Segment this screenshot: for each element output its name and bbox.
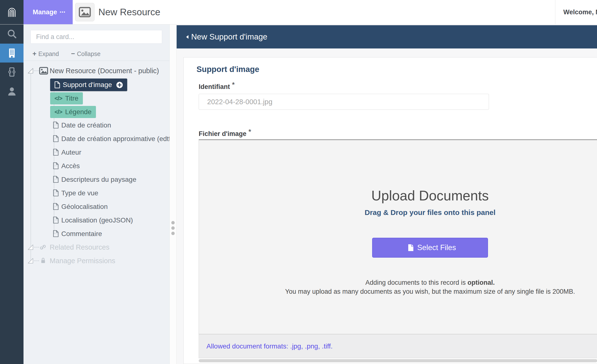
horizontal-scrollbar[interactable] [199,359,597,362]
required-asterisk: * [248,128,251,136]
tree-card-item[interactable]: Commentaire [24,227,170,240]
file-icon [53,176,59,183]
dropzone-note: Adding documents to this record is optio… [199,278,597,296]
file-solid-icon [408,244,414,252]
arches-logo[interactable] [0,0,24,24]
resource-type-icon-chip [75,3,94,21]
panel-divider [24,61,170,61]
file-icon [53,216,59,224]
tree-widget-legende[interactable]: </> Légende [24,105,170,119]
lock-icon [39,257,47,264]
tree-manage-permissions[interactable]: Manage Permissions [24,254,170,268]
required-asterisk: * [232,81,235,89]
sidebar-item-profile[interactable] [0,82,24,101]
file-icon [53,203,59,210]
nav-sidebar [0,24,24,364]
file-icon [53,230,59,237]
tree-card-item[interactable]: Localisation (geoJSON) [24,213,170,227]
plus-circle-icon[interactable] [116,81,123,89]
tree-tools: + Expand − Collapse [32,49,101,58]
panel-resize-handle[interactable] [170,24,177,364]
card-form-header: New Support d'image [176,25,597,48]
identifiant-input[interactable] [199,94,489,110]
card-form-panel: Support d'image Identifiant* Fichier d'i… [183,57,597,364]
image-icon [79,7,91,18]
collapse-all-button[interactable]: − Collapse [71,50,101,58]
sidebar-item-search[interactable] [0,25,24,44]
tree-card-item[interactable]: Descripteurs du paysage [24,173,170,186]
identifiant-label: Identifiant* [199,82,235,91]
search-icon [6,29,17,40]
file-icon [54,81,60,88]
file-icon [53,189,59,197]
tree-toggle-icon[interactable] [27,244,34,251]
tree-widget-titre[interactable]: </> Titre [24,92,170,105]
link-icon [39,243,47,251]
tree-root-label: New Resource (Document - public) [50,67,159,75]
file-icon [53,149,59,156]
manage-button[interactable]: Manage ··· [24,0,73,24]
expand-all-button[interactable]: + Expand [32,50,59,58]
file-icon [53,121,59,129]
file-icon [53,135,59,142]
back-arrow-icon[interactable] [186,35,189,39]
app-window: Manage ··· New Resource Welcome, M [0,0,597,364]
dropzone-subtitle: Drag & Drop your files onto this panel [199,208,597,217]
file-dropzone[interactable]: Upload Documents Drag & Drop your files … [199,139,597,334]
tree-card-item[interactable]: Type de vue [24,186,170,200]
tree-card-item[interactable]: Auteur [24,145,170,159]
allowed-formats-text: Allowed document formats: .jpg, .png, .t… [206,342,333,350]
select-files-button[interactable]: Select Files [372,238,488,258]
tree-card-item[interactable]: Accès [24,159,170,173]
arches-arch-icon [5,5,19,19]
tree-related-resources[interactable]: Related Resources [24,240,170,254]
code-icon: </> [55,109,62,115]
user-icon [6,86,17,97]
file-icon [53,162,59,169]
grip-dots-icon [171,221,175,236]
top-bar: Manage ··· New Resource Welcome, M [0,0,597,24]
dropzone-title: Upload Documents [199,188,597,204]
minus-icon: − [71,50,75,58]
tree-toggle-icon[interactable] [27,257,34,264]
tree-card-item[interactable]: Date de création approximative (edtf) [24,132,170,145]
card-tree-panel: + Expand − Collapse [24,24,170,364]
image-icon [39,67,48,75]
sidebar-item-cards[interactable] [0,44,24,63]
topbar-divider [555,0,555,24]
section-title: Support d'image [196,65,259,74]
sidebar-item-ticket[interactable] [0,63,24,81]
fichier-image-label: Fichier d'image* [199,129,251,138]
dropzone-footer: Allowed document formats: .jpg, .png, .t… [199,334,597,358]
tree-root-resource[interactable]: New Resource (Document - public) [24,64,170,78]
find-card-input[interactable] [31,30,162,44]
tree-card-item[interactable]: Date de création [24,118,170,132]
plus-icon: + [32,50,36,58]
ellipsis-icon: ··· [60,10,65,15]
buildings-icon [6,47,17,59]
ticket-icon [6,66,17,78]
welcome-user-link[interactable]: Welcome, M [563,0,597,24]
card-form-title: New Support d'image [191,32,267,41]
page-title: New Resource [98,0,160,24]
tree-card-item[interactable]: Géolocalisation [24,200,170,213]
tree-card-selected[interactable]: Support d'image [24,78,170,92]
code-icon: </> [55,95,62,102]
selected-card-label: Support d'image [63,81,112,89]
tree-toggle-icon[interactable] [27,67,34,74]
